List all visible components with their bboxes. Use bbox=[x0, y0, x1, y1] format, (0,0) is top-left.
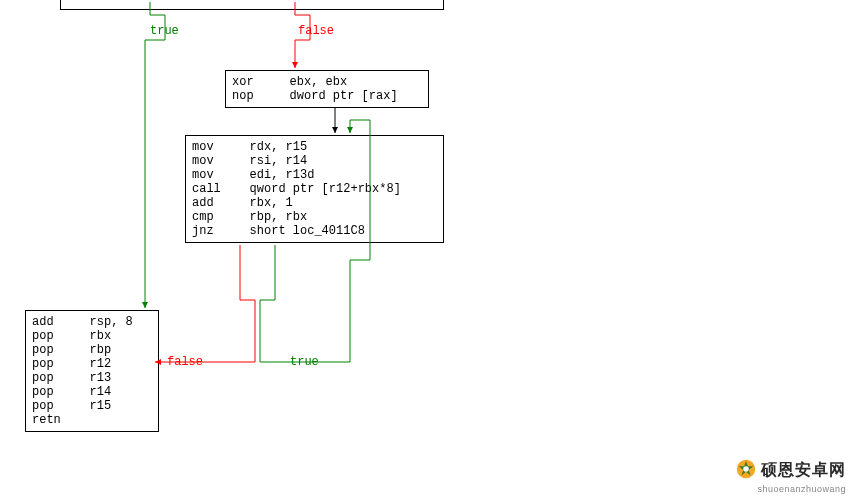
watermark-logo-icon bbox=[735, 458, 757, 484]
edge-label-top-true: true bbox=[150, 24, 179, 38]
watermark-title: 硕恩安卓网 bbox=[761, 461, 846, 478]
edge-label-loop-true: true bbox=[290, 355, 319, 369]
site-watermark: 硕恩安卓网 shuoenanzhuowang bbox=[735, 458, 846, 494]
edge-top-true bbox=[145, 2, 165, 308]
cfg-block-epilogue[interactable]: add rsp, 8 pop rbx pop rbp pop r12 pop r… bbox=[25, 310, 159, 432]
cfg-block-loopbody[interactable]: mov rdx, r15 mov rsi, r14 mov edi, r13d … bbox=[185, 135, 444, 243]
edge-label-loop-false: false bbox=[167, 355, 203, 369]
cfg-block-xor[interactable]: xor ebx, ebx nop dword ptr [rax] bbox=[225, 70, 429, 108]
watermark-subtitle: shuoenanzhuowang bbox=[735, 484, 846, 494]
svg-point-1 bbox=[743, 466, 749, 472]
cfg-block-predecessor[interactable] bbox=[60, 0, 444, 10]
edge-label-top-false: false bbox=[298, 24, 334, 38]
edge-loop-false bbox=[155, 245, 255, 362]
